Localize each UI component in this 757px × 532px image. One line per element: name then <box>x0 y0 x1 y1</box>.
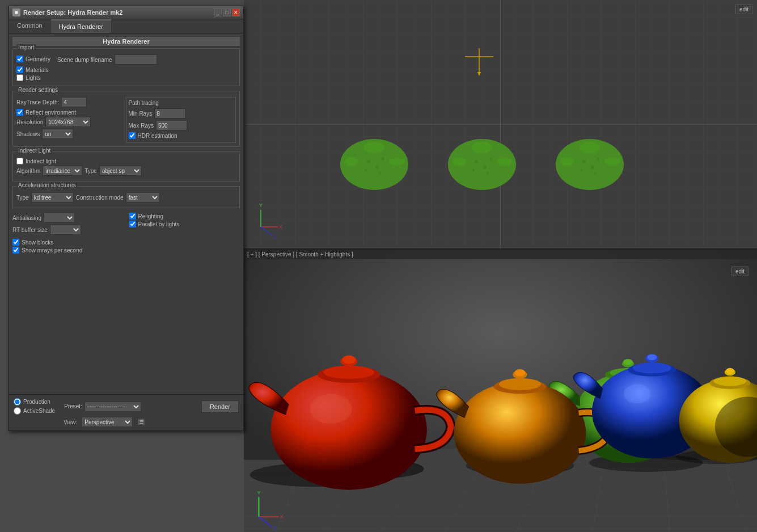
render-button[interactable]: Render <box>201 400 239 413</box>
svg-point-73 <box>454 382 586 484</box>
geometry-checkbox-row: Geometry <box>16 56 50 62</box>
show-blocks-checkbox[interactable] <box>12 239 19 246</box>
preset-label: Preset: <box>64 403 82 409</box>
titlebar-left: ■ Render Setup: Hydra Render mk2 <box>12 9 122 16</box>
antialiasing-select[interactable] <box>44 213 75 223</box>
maximize-button[interactable]: □ <box>223 9 231 16</box>
dialog-titlebar: ■ Render Setup: Hydra Render mk2 _ □ ✕ <box>9 6 243 19</box>
lights-row: Lights <box>16 74 236 81</box>
dialog-content: Hydra Renderer Import Geometry Scene dum… <box>9 33 243 407</box>
parallel-lights-row: Parallel by lights <box>129 221 240 227</box>
shadows-select[interactable]: on off <box>42 129 73 139</box>
show-blocks-row: Show blocks <box>12 239 240 246</box>
max-rays-input[interactable] <box>156 120 187 130</box>
svg-point-23 <box>487 172 489 174</box>
minimize-button[interactable]: _ <box>214 9 222 16</box>
hdr-estimation-checkbox[interactable] <box>129 132 136 139</box>
tab-common[interactable]: Common <box>9 19 51 33</box>
resolution-select[interactable]: 1024x768 640x480 1920x1080 <box>45 117 91 127</box>
antialiasing-label: Antialiasing <box>12 215 41 221</box>
algorithm-select[interactable]: irradiance path tracing <box>43 166 82 176</box>
bottom-row2: View: Perspective Front Top Left ☰ <box>14 417 239 427</box>
svg-point-11 <box>375 166 379 169</box>
top-edit-button[interactable]: edit <box>735 5 752 14</box>
window-controls: _ □ ✕ <box>214 9 240 16</box>
viewport-grid-svg: X Y Z <box>244 0 757 248</box>
tab-bar: Common Hydra Renderer <box>9 19 243 33</box>
svg-point-72 <box>310 394 352 424</box>
checkboxes-col: Relighting Parallel by lights <box>129 213 240 237</box>
construction-mode-select[interactable]: fast medium slow <box>126 192 160 202</box>
raytrace-depth-input[interactable] <box>61 97 87 107</box>
svg-point-65 <box>623 359 633 365</box>
render-settings-left: RayTrace Depth: Reflect environment Reso… <box>16 97 121 143</box>
relighting-row: Relighting <box>129 213 240 219</box>
top-viewport: X Y Z top edit <box>244 0 757 250</box>
section-header: Hydra Renderer <box>12 37 240 46</box>
algorithm-row: Algorithm irradiance path tracing Type o… <box>16 166 236 176</box>
svg-text:Z: Z <box>273 234 277 239</box>
relighting-checkbox[interactable] <box>129 213 136 219</box>
scene-dump-input[interactable]: C:/[Derp]/plu <box>115 54 157 65</box>
app-icon: ■ <box>12 9 20 16</box>
svg-point-25 <box>560 157 574 166</box>
svg-point-75 <box>499 378 541 390</box>
show-mrays-checkbox[interactable] <box>12 247 19 254</box>
parallel-lights-checkbox[interactable] <box>129 221 136 227</box>
svg-point-82 <box>647 354 657 360</box>
indirect-type-select[interactable]: object sp world sp <box>99 166 142 176</box>
svg-point-27 <box>580 142 600 153</box>
materials-row: Materials <box>16 66 236 73</box>
svg-point-22 <box>472 169 475 171</box>
indirect-light-checkbox[interactable] <box>16 158 23 164</box>
max-rays-label: Max Rays <box>129 123 154 129</box>
options-row: Antialiasing RT buffer size Relighting <box>12 213 240 237</box>
reflect-environment-checkbox[interactable] <box>16 109 23 116</box>
indirect-light-group-label: Indirect Light <box>16 147 52 154</box>
render-settings-label: Render settings <box>16 87 60 93</box>
min-rays-input[interactable] <box>154 108 185 119</box>
indirect-light-group: Indirect Light Indirect light Algorithm … <box>12 151 240 181</box>
geometry-checkbox[interactable] <box>16 56 23 62</box>
svg-point-69 <box>324 366 374 379</box>
preset-select[interactable]: -------------------- <box>84 402 141 412</box>
relighting-label: Relighting <box>138 213 163 219</box>
bottom-edit-button[interactable]: edit <box>731 267 748 276</box>
indirect-light-label: Indirect light <box>26 158 56 164</box>
svg-point-12 <box>382 158 384 161</box>
svg-text:X: X <box>280 513 284 520</box>
svg-point-28 <box>582 160 586 163</box>
accel-type-row: Type kd tree bvh Construction mode fast … <box>16 192 236 202</box>
dialog-title: Render Setup: Hydra Render mk2 <box>23 9 122 16</box>
rt-buffer-select[interactable] <box>50 225 81 235</box>
dialog-bottom: Production ActiveShade Preset: ---------… <box>9 394 243 430</box>
svg-point-30 <box>597 158 600 161</box>
render-settings-group: Render settings RayTrace Depth: Reflect … <box>12 91 240 147</box>
svg-point-71 <box>342 356 356 364</box>
indirect-light-content: Indirect light Algorithm irradiance path… <box>16 158 236 176</box>
tab-hydra-renderer[interactable]: Hydra Renderer <box>51 19 112 33</box>
shadows-row: Shadows on off <box>16 129 121 139</box>
rendered-scene-svg: X Y Z <box>244 250 757 532</box>
bottom-row1: Production ActiveShade Preset: ---------… <box>14 398 239 415</box>
activeshade-radio[interactable] <box>14 407 21 415</box>
svg-point-80 <box>633 362 671 373</box>
rt-buffer-row: RT buffer size <box>12 225 124 235</box>
scene-dump-row: Geometry Scene dump filename C:/[Derp]/p… <box>16 54 236 65</box>
svg-text:X: X <box>279 224 282 230</box>
view-icon-button[interactable]: ☰ <box>137 418 145 426</box>
svg-point-8 <box>389 158 405 166</box>
materials-checkbox[interactable] <box>16 66 23 73</box>
view-select[interactable]: Perspective Front Top Left <box>82 417 133 427</box>
materials-label: Materials <box>26 67 49 73</box>
accel-type-select[interactable]: kd tree bvh <box>31 192 74 202</box>
svg-text:Z: Z <box>273 525 277 531</box>
viewport-bar: [ + ] [ Perspective ] [ Smooth + Highlig… <box>244 250 757 259</box>
svg-point-13 <box>365 169 367 171</box>
show-blocks-label: Show blocks <box>22 239 53 246</box>
path-tracing-label: Path tracing <box>129 100 234 106</box>
lights-label: Lights <box>26 75 41 81</box>
lights-checkbox[interactable] <box>16 74 23 81</box>
production-radio[interactable] <box>14 398 21 406</box>
close-button[interactable]: ✕ <box>232 9 240 16</box>
